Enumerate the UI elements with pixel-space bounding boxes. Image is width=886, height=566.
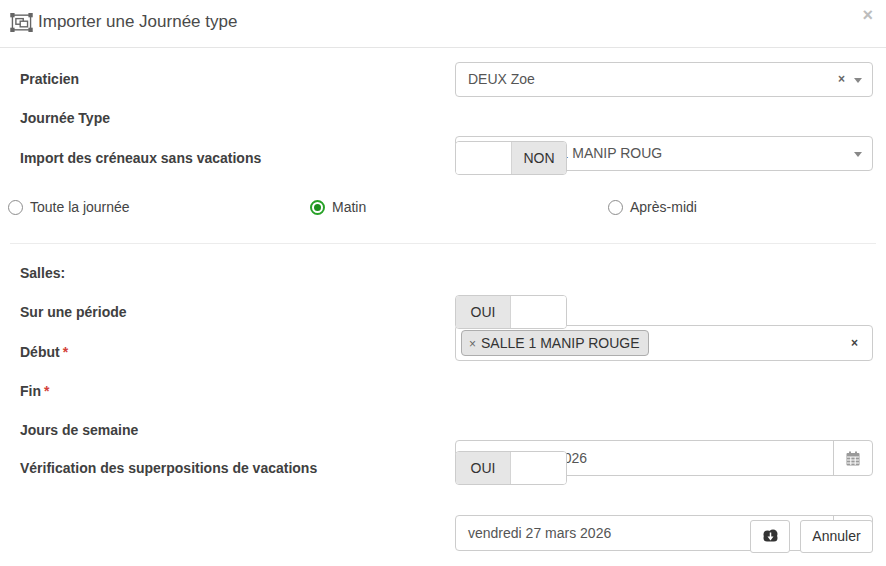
journee-type-label: Journée Type xyxy=(20,101,110,136)
tag-label: SALLE 1 MANIP ROUGE xyxy=(481,335,639,351)
praticien-value: DEUX Zoe xyxy=(468,63,535,96)
dialog-title: Importer une Journée type xyxy=(38,12,237,32)
required-asterisk: * xyxy=(63,344,68,360)
verification-label: Vérification des superpositions de vacat… xyxy=(20,451,317,485)
verification-toggle[interactable]: OUI xyxy=(455,451,567,485)
required-asterisk: * xyxy=(44,383,49,399)
object-group-icon xyxy=(10,13,33,36)
import-upload-button[interactable] xyxy=(750,520,790,553)
cancel-button[interactable]: Annuler xyxy=(800,520,873,553)
section-divider xyxy=(10,243,876,244)
fin-date-value: vendredi 27 mars 2026 xyxy=(468,516,611,550)
toggle-state-label[interactable]: OUI xyxy=(456,452,511,484)
praticien-label: Praticien xyxy=(20,62,79,97)
import-creneaux-toggle[interactable]: NON xyxy=(455,141,567,175)
radio-toute-la-journee[interactable]: Toute la journée xyxy=(8,199,130,215)
radio-apres-midi[interactable]: Après-midi xyxy=(608,199,697,215)
radio-matin[interactable]: Matin xyxy=(310,199,366,215)
radio-circle[interactable] xyxy=(608,200,623,215)
sur-une-periode-toggle[interactable]: OUI xyxy=(455,295,567,329)
praticien-clear-icon[interactable]: × xyxy=(838,63,845,96)
toggle-handle[interactable] xyxy=(511,296,566,328)
debut-label: Début* xyxy=(20,334,68,370)
dialog-header: Importer une Journée type × xyxy=(0,0,886,48)
radio-circle[interactable] xyxy=(8,200,23,215)
praticien-select[interactable]: DEUX Zoe × xyxy=(455,62,873,97)
close-icon[interactable]: × xyxy=(862,6,873,24)
toggle-handle[interactable] xyxy=(456,142,511,174)
radio-label: Matin xyxy=(332,199,366,215)
tag-salle: ×SALLE 1 MANIP ROUGE xyxy=(461,330,649,356)
tag-remove-icon[interactable]: × xyxy=(469,337,476,351)
sur-une-periode-label: Sur une période xyxy=(20,295,127,329)
radio-label: Après-midi xyxy=(630,199,697,215)
radio-label: Toute la journée xyxy=(30,199,130,215)
toggle-state-label[interactable]: OUI xyxy=(456,296,511,328)
debut-label-text: Début xyxy=(20,344,60,360)
chevron-down-icon xyxy=(854,78,862,83)
toggle-handle[interactable] xyxy=(511,452,566,484)
import-creneaux-label: Import des créneaux sans vacations xyxy=(20,141,261,175)
fin-label-text: Fin xyxy=(20,383,41,399)
jours-semaine-label: Jours de semaine xyxy=(20,412,138,448)
chevron-down-icon xyxy=(854,152,862,157)
calendar-icon[interactable] xyxy=(833,441,872,475)
salles-clear-icon[interactable]: × xyxy=(851,336,858,350)
cloud-download-icon xyxy=(761,528,780,546)
import-journee-type-dialog: Importer une Journée type × Praticien DE… xyxy=(0,0,886,566)
salles-multiselect[interactable]: ×SALLE 1 MANIP ROUGE × xyxy=(455,325,873,361)
toggle-state-label[interactable]: NON xyxy=(511,142,566,174)
fin-label: Fin* xyxy=(20,373,49,409)
salles-label: Salles: xyxy=(20,255,65,291)
radio-circle-checked[interactable] xyxy=(310,200,325,215)
